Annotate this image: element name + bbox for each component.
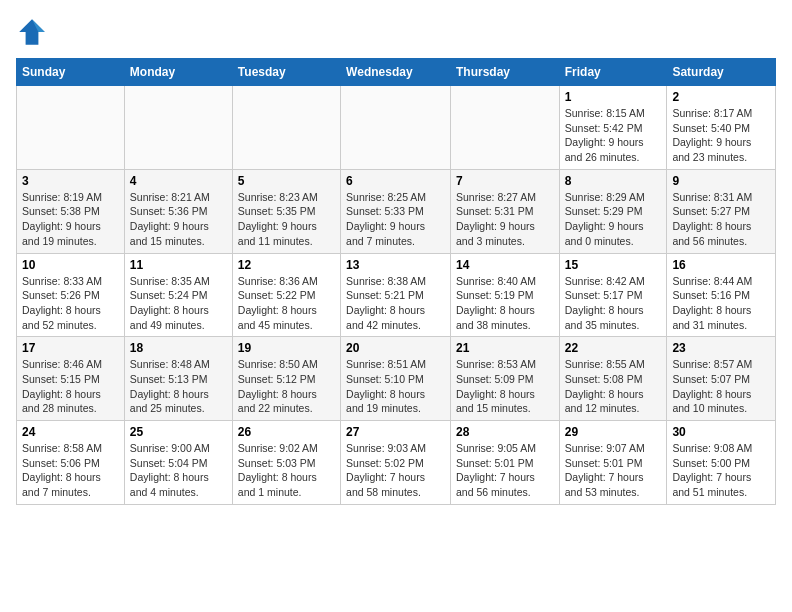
day-cell: 21Sunrise: 8:53 AM Sunset: 5:09 PM Dayli…: [450, 337, 559, 421]
day-cell: 10Sunrise: 8:33 AM Sunset: 5:26 PM Dayli…: [17, 253, 125, 337]
day-number: 27: [346, 425, 445, 439]
day-number: 29: [565, 425, 662, 439]
day-number: 16: [672, 258, 770, 272]
day-cell: 5Sunrise: 8:23 AM Sunset: 5:35 PM Daylig…: [232, 169, 340, 253]
day-cell: 19Sunrise: 8:50 AM Sunset: 5:12 PM Dayli…: [232, 337, 340, 421]
day-number: 5: [238, 174, 335, 188]
day-info: Sunrise: 8:48 AM Sunset: 5:13 PM Dayligh…: [130, 357, 227, 416]
day-info: Sunrise: 8:55 AM Sunset: 5:08 PM Dayligh…: [565, 357, 662, 416]
week-row-5: 24Sunrise: 8:58 AM Sunset: 5:06 PM Dayli…: [17, 421, 776, 505]
day-header-monday: Monday: [124, 59, 232, 86]
day-number: 4: [130, 174, 227, 188]
day-number: 3: [22, 174, 119, 188]
day-cell: [450, 86, 559, 170]
day-info: Sunrise: 8:58 AM Sunset: 5:06 PM Dayligh…: [22, 441, 119, 500]
day-number: 6: [346, 174, 445, 188]
day-number: 2: [672, 90, 770, 104]
day-number: 11: [130, 258, 227, 272]
day-number: 22: [565, 341, 662, 355]
day-info: Sunrise: 8:15 AM Sunset: 5:42 PM Dayligh…: [565, 106, 662, 165]
day-info: Sunrise: 8:27 AM Sunset: 5:31 PM Dayligh…: [456, 190, 554, 249]
day-cell: 22Sunrise: 8:55 AM Sunset: 5:08 PM Dayli…: [559, 337, 667, 421]
page-header: [16, 16, 776, 48]
day-cell: 15Sunrise: 8:42 AM Sunset: 5:17 PM Dayli…: [559, 253, 667, 337]
day-info: Sunrise: 8:51 AM Sunset: 5:10 PM Dayligh…: [346, 357, 445, 416]
day-number: 15: [565, 258, 662, 272]
day-number: 12: [238, 258, 335, 272]
day-number: 21: [456, 341, 554, 355]
day-cell: 23Sunrise: 8:57 AM Sunset: 5:07 PM Dayli…: [667, 337, 776, 421]
day-cell: [341, 86, 451, 170]
week-row-3: 10Sunrise: 8:33 AM Sunset: 5:26 PM Dayli…: [17, 253, 776, 337]
day-number: 23: [672, 341, 770, 355]
day-cell: 16Sunrise: 8:44 AM Sunset: 5:16 PM Dayli…: [667, 253, 776, 337]
day-cell: 13Sunrise: 8:38 AM Sunset: 5:21 PM Dayli…: [341, 253, 451, 337]
day-number: 17: [22, 341, 119, 355]
week-row-4: 17Sunrise: 8:46 AM Sunset: 5:15 PM Dayli…: [17, 337, 776, 421]
day-cell: 24Sunrise: 8:58 AM Sunset: 5:06 PM Dayli…: [17, 421, 125, 505]
day-cell: 11Sunrise: 8:35 AM Sunset: 5:24 PM Dayli…: [124, 253, 232, 337]
day-cell: 3Sunrise: 8:19 AM Sunset: 5:38 PM Daylig…: [17, 169, 125, 253]
logo-icon: [16, 16, 48, 48]
header-row: SundayMondayTuesdayWednesdayThursdayFrid…: [17, 59, 776, 86]
day-header-sunday: Sunday: [17, 59, 125, 86]
calendar-table: SundayMondayTuesdayWednesdayThursdayFrid…: [16, 58, 776, 505]
day-info: Sunrise: 8:33 AM Sunset: 5:26 PM Dayligh…: [22, 274, 119, 333]
day-header-wednesday: Wednesday: [341, 59, 451, 86]
day-info: Sunrise: 8:31 AM Sunset: 5:27 PM Dayligh…: [672, 190, 770, 249]
day-info: Sunrise: 8:21 AM Sunset: 5:36 PM Dayligh…: [130, 190, 227, 249]
day-cell: 20Sunrise: 8:51 AM Sunset: 5:10 PM Dayli…: [341, 337, 451, 421]
day-number: 20: [346, 341, 445, 355]
day-cell: 14Sunrise: 8:40 AM Sunset: 5:19 PM Dayli…: [450, 253, 559, 337]
day-info: Sunrise: 8:50 AM Sunset: 5:12 PM Dayligh…: [238, 357, 335, 416]
day-cell: [232, 86, 340, 170]
day-number: 13: [346, 258, 445, 272]
day-number: 28: [456, 425, 554, 439]
day-number: 10: [22, 258, 119, 272]
day-cell: 27Sunrise: 9:03 AM Sunset: 5:02 PM Dayli…: [341, 421, 451, 505]
day-info: Sunrise: 8:44 AM Sunset: 5:16 PM Dayligh…: [672, 274, 770, 333]
day-info: Sunrise: 8:40 AM Sunset: 5:19 PM Dayligh…: [456, 274, 554, 333]
day-info: Sunrise: 9:00 AM Sunset: 5:04 PM Dayligh…: [130, 441, 227, 500]
day-cell: 8Sunrise: 8:29 AM Sunset: 5:29 PM Daylig…: [559, 169, 667, 253]
day-info: Sunrise: 9:08 AM Sunset: 5:00 PM Dayligh…: [672, 441, 770, 500]
day-header-tuesday: Tuesday: [232, 59, 340, 86]
day-cell: 29Sunrise: 9:07 AM Sunset: 5:01 PM Dayli…: [559, 421, 667, 505]
day-header-friday: Friday: [559, 59, 667, 86]
day-number: 30: [672, 425, 770, 439]
day-header-thursday: Thursday: [450, 59, 559, 86]
day-info: Sunrise: 8:29 AM Sunset: 5:29 PM Dayligh…: [565, 190, 662, 249]
logo: [16, 16, 52, 48]
day-info: Sunrise: 8:17 AM Sunset: 5:40 PM Dayligh…: [672, 106, 770, 165]
day-number: 24: [22, 425, 119, 439]
day-number: 19: [238, 341, 335, 355]
day-info: Sunrise: 9:07 AM Sunset: 5:01 PM Dayligh…: [565, 441, 662, 500]
day-info: Sunrise: 8:25 AM Sunset: 5:33 PM Dayligh…: [346, 190, 445, 249]
day-info: Sunrise: 8:38 AM Sunset: 5:21 PM Dayligh…: [346, 274, 445, 333]
week-row-2: 3Sunrise: 8:19 AM Sunset: 5:38 PM Daylig…: [17, 169, 776, 253]
day-cell: 2Sunrise: 8:17 AM Sunset: 5:40 PM Daylig…: [667, 86, 776, 170]
day-number: 9: [672, 174, 770, 188]
day-info: Sunrise: 9:02 AM Sunset: 5:03 PM Dayligh…: [238, 441, 335, 500]
day-number: 25: [130, 425, 227, 439]
day-cell: [124, 86, 232, 170]
day-info: Sunrise: 8:57 AM Sunset: 5:07 PM Dayligh…: [672, 357, 770, 416]
day-cell: 26Sunrise: 9:02 AM Sunset: 5:03 PM Dayli…: [232, 421, 340, 505]
day-info: Sunrise: 8:35 AM Sunset: 5:24 PM Dayligh…: [130, 274, 227, 333]
day-cell: 9Sunrise: 8:31 AM Sunset: 5:27 PM Daylig…: [667, 169, 776, 253]
day-info: Sunrise: 8:42 AM Sunset: 5:17 PM Dayligh…: [565, 274, 662, 333]
day-info: Sunrise: 9:03 AM Sunset: 5:02 PM Dayligh…: [346, 441, 445, 500]
day-cell: 17Sunrise: 8:46 AM Sunset: 5:15 PM Dayli…: [17, 337, 125, 421]
day-number: 7: [456, 174, 554, 188]
day-cell: [17, 86, 125, 170]
day-info: Sunrise: 8:23 AM Sunset: 5:35 PM Dayligh…: [238, 190, 335, 249]
week-row-1: 1Sunrise: 8:15 AM Sunset: 5:42 PM Daylig…: [17, 86, 776, 170]
day-cell: 30Sunrise: 9:08 AM Sunset: 5:00 PM Dayli…: [667, 421, 776, 505]
day-number: 26: [238, 425, 335, 439]
day-info: Sunrise: 8:19 AM Sunset: 5:38 PM Dayligh…: [22, 190, 119, 249]
day-number: 18: [130, 341, 227, 355]
day-info: Sunrise: 9:05 AM Sunset: 5:01 PM Dayligh…: [456, 441, 554, 500]
day-cell: 25Sunrise: 9:00 AM Sunset: 5:04 PM Dayli…: [124, 421, 232, 505]
day-header-saturday: Saturday: [667, 59, 776, 86]
day-info: Sunrise: 8:46 AM Sunset: 5:15 PM Dayligh…: [22, 357, 119, 416]
